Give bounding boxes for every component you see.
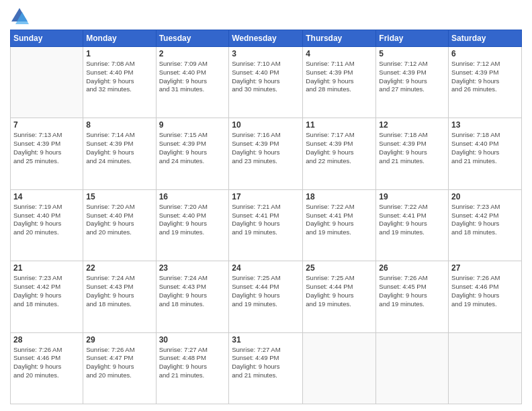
day-number: 31 xyxy=(232,335,300,345)
day-number: 4 xyxy=(306,49,373,58)
calendar-cell: 8Sunrise: 7:14 AM Sunset: 4:39 PM Daylig… xyxy=(83,118,156,189)
calendar-cell: 12Sunrise: 7:18 AM Sunset: 4:39 PM Dayli… xyxy=(376,118,449,189)
weekday-header-thursday: Thursday xyxy=(303,30,376,47)
calendar-cell: 26Sunrise: 7:26 AM Sunset: 4:45 PM Dayli… xyxy=(376,261,449,332)
calendar-cell: 11Sunrise: 7:17 AM Sunset: 4:39 PM Dayli… xyxy=(303,118,376,189)
weekday-header-saturday: Saturday xyxy=(449,30,522,47)
day-info: Sunrise: 7:23 AM Sunset: 4:42 PM Dayligh… xyxy=(13,274,80,308)
calendar-week-row: 14Sunrise: 7:19 AM Sunset: 4:40 PM Dayli… xyxy=(11,189,522,261)
day-number: 10 xyxy=(232,120,300,130)
day-number: 5 xyxy=(379,49,445,58)
day-number: 24 xyxy=(232,263,300,273)
calendar-cell xyxy=(376,332,449,404)
calendar-cell: 16Sunrise: 7:20 AM Sunset: 4:40 PM Dayli… xyxy=(156,189,229,261)
calendar-cell: 23Sunrise: 7:24 AM Sunset: 4:43 PM Dayli… xyxy=(156,261,229,332)
calendar-cell: 24Sunrise: 7:25 AM Sunset: 4:44 PM Dayli… xyxy=(229,261,303,332)
day-number: 28 xyxy=(13,335,80,345)
weekday-header-wednesday: Wednesday xyxy=(229,30,303,47)
calendar-cell: 30Sunrise: 7:27 AM Sunset: 4:48 PM Dayli… xyxy=(156,332,229,404)
day-info: Sunrise: 7:19 AM Sunset: 4:40 PM Dayligh… xyxy=(13,203,80,237)
day-number: 19 xyxy=(379,192,445,201)
day-info: Sunrise: 7:24 AM Sunset: 4:43 PM Dayligh… xyxy=(86,274,152,308)
calendar-cell: 1Sunrise: 7:08 AM Sunset: 4:40 PM Daylig… xyxy=(83,47,156,118)
day-info: Sunrise: 7:13 AM Sunset: 4:39 PM Dayligh… xyxy=(13,131,80,165)
day-number: 2 xyxy=(159,49,226,58)
calendar-cell: 7Sunrise: 7:13 AM Sunset: 4:39 PM Daylig… xyxy=(11,118,83,189)
logo-icon xyxy=(10,7,29,26)
day-number: 27 xyxy=(451,263,519,273)
logo xyxy=(10,7,32,26)
day-number: 30 xyxy=(159,335,226,345)
calendar-cell xyxy=(11,47,83,118)
day-info: Sunrise: 7:15 AM Sunset: 4:39 PM Dayligh… xyxy=(159,131,226,165)
day-info: Sunrise: 7:22 AM Sunset: 4:41 PM Dayligh… xyxy=(379,203,445,237)
calendar-cell xyxy=(449,332,522,404)
day-info: Sunrise: 7:18 AM Sunset: 4:39 PM Dayligh… xyxy=(379,131,445,165)
day-number: 22 xyxy=(86,263,152,273)
calendar-cell: 22Sunrise: 7:24 AM Sunset: 4:43 PM Dayli… xyxy=(83,261,156,332)
calendar-cell: 6Sunrise: 7:12 AM Sunset: 4:39 PM Daylig… xyxy=(449,47,522,118)
day-number: 15 xyxy=(86,192,152,201)
weekday-header-monday: Monday xyxy=(83,30,156,47)
day-info: Sunrise: 7:25 AM Sunset: 4:44 PM Dayligh… xyxy=(232,274,300,308)
calendar-week-row: 1Sunrise: 7:08 AM Sunset: 4:40 PM Daylig… xyxy=(11,47,522,118)
weekday-header-sunday: Sunday xyxy=(11,30,83,47)
day-info: Sunrise: 7:21 AM Sunset: 4:41 PM Dayligh… xyxy=(232,203,300,237)
day-number: 1 xyxy=(86,49,152,58)
day-number: 23 xyxy=(159,263,226,273)
day-info: Sunrise: 7:09 AM Sunset: 4:40 PM Dayligh… xyxy=(159,60,226,94)
calendar-cell: 20Sunrise: 7:23 AM Sunset: 4:42 PM Dayli… xyxy=(449,189,522,261)
calendar-cell: 28Sunrise: 7:26 AM Sunset: 4:46 PM Dayli… xyxy=(11,332,83,404)
calendar-cell: 19Sunrise: 7:22 AM Sunset: 4:41 PM Dayli… xyxy=(376,189,449,261)
day-info: Sunrise: 7:11 AM Sunset: 4:39 PM Dayligh… xyxy=(306,60,373,94)
day-info: Sunrise: 7:08 AM Sunset: 4:40 PM Dayligh… xyxy=(86,60,152,94)
calendar-cell: 5Sunrise: 7:12 AM Sunset: 4:39 PM Daylig… xyxy=(376,47,449,118)
day-info: Sunrise: 7:20 AM Sunset: 4:40 PM Dayligh… xyxy=(86,203,152,237)
calendar-week-row: 28Sunrise: 7:26 AM Sunset: 4:46 PM Dayli… xyxy=(11,332,522,404)
header xyxy=(10,7,522,26)
day-number: 13 xyxy=(451,120,519,130)
calendar-cell: 29Sunrise: 7:26 AM Sunset: 4:47 PM Dayli… xyxy=(83,332,156,404)
weekday-header-friday: Friday xyxy=(376,30,449,47)
page: SundayMondayTuesdayWednesdayThursdayFrid… xyxy=(0,0,532,411)
day-info: Sunrise: 7:25 AM Sunset: 4:44 PM Dayligh… xyxy=(306,274,373,308)
day-number: 17 xyxy=(232,192,300,201)
calendar-cell: 15Sunrise: 7:20 AM Sunset: 4:40 PM Dayli… xyxy=(83,189,156,261)
day-info: Sunrise: 7:22 AM Sunset: 4:41 PM Dayligh… xyxy=(306,203,373,237)
calendar-cell: 17Sunrise: 7:21 AM Sunset: 4:41 PM Dayli… xyxy=(229,189,303,261)
day-info: Sunrise: 7:26 AM Sunset: 4:47 PM Dayligh… xyxy=(86,346,152,380)
day-number: 29 xyxy=(86,335,152,345)
day-number: 16 xyxy=(159,192,226,201)
day-info: Sunrise: 7:24 AM Sunset: 4:43 PM Dayligh… xyxy=(159,274,226,308)
weekday-header-row: SundayMondayTuesdayWednesdayThursdayFrid… xyxy=(11,30,522,47)
day-info: Sunrise: 7:27 AM Sunset: 4:49 PM Dayligh… xyxy=(232,346,300,380)
day-info: Sunrise: 7:18 AM Sunset: 4:40 PM Dayligh… xyxy=(451,131,519,165)
calendar-cell: 25Sunrise: 7:25 AM Sunset: 4:44 PM Dayli… xyxy=(303,261,376,332)
calendar-cell: 21Sunrise: 7:23 AM Sunset: 4:42 PM Dayli… xyxy=(11,261,83,332)
day-number: 26 xyxy=(379,263,445,273)
day-info: Sunrise: 7:14 AM Sunset: 4:39 PM Dayligh… xyxy=(86,131,152,165)
calendar-cell: 18Sunrise: 7:22 AM Sunset: 4:41 PM Dayli… xyxy=(303,189,376,261)
day-info: Sunrise: 7:17 AM Sunset: 4:39 PM Dayligh… xyxy=(306,131,373,165)
calendar-cell xyxy=(303,332,376,404)
day-info: Sunrise: 7:26 AM Sunset: 4:46 PM Dayligh… xyxy=(451,274,519,308)
day-number: 14 xyxy=(13,192,80,201)
day-number: 9 xyxy=(159,120,226,130)
day-info: Sunrise: 7:26 AM Sunset: 4:46 PM Dayligh… xyxy=(13,346,80,380)
day-info: Sunrise: 7:23 AM Sunset: 4:42 PM Dayligh… xyxy=(451,203,519,237)
calendar-week-row: 7Sunrise: 7:13 AM Sunset: 4:39 PM Daylig… xyxy=(11,118,522,189)
day-number: 3 xyxy=(232,49,300,58)
day-info: Sunrise: 7:27 AM Sunset: 4:48 PM Dayligh… xyxy=(159,346,226,380)
calendar-cell: 9Sunrise: 7:15 AM Sunset: 4:39 PM Daylig… xyxy=(156,118,229,189)
day-number: 25 xyxy=(306,263,373,273)
calendar-week-row: 21Sunrise: 7:23 AM Sunset: 4:42 PM Dayli… xyxy=(11,261,522,332)
day-number: 18 xyxy=(306,192,373,201)
day-info: Sunrise: 7:26 AM Sunset: 4:45 PM Dayligh… xyxy=(379,274,445,308)
calendar-cell: 13Sunrise: 7:18 AM Sunset: 4:40 PM Dayli… xyxy=(449,118,522,189)
day-info: Sunrise: 7:20 AM Sunset: 4:40 PM Dayligh… xyxy=(159,203,226,237)
calendar-cell: 27Sunrise: 7:26 AM Sunset: 4:46 PM Dayli… xyxy=(449,261,522,332)
day-number: 12 xyxy=(379,120,445,130)
day-number: 21 xyxy=(13,263,80,273)
day-number: 11 xyxy=(306,120,373,130)
calendar-cell: 4Sunrise: 7:11 AM Sunset: 4:39 PM Daylig… xyxy=(303,47,376,118)
